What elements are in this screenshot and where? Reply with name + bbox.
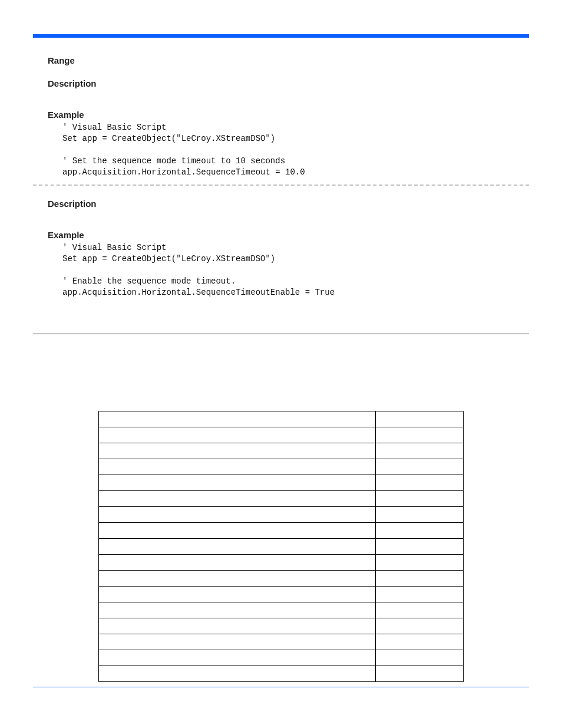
footer-rule: [33, 687, 529, 687]
table-cell: [376, 650, 464, 666]
table-cell: [99, 602, 376, 618]
table-cell: [99, 522, 376, 538]
table-cell: [99, 506, 376, 522]
table-row: [99, 554, 464, 570]
table-cell: [376, 634, 464, 650]
table-cell: [376, 586, 464, 602]
table-cell: [99, 650, 376, 666]
table-cell: [99, 618, 376, 634]
table-row: [99, 427, 464, 443]
table-cell: [376, 538, 464, 554]
data-table: [98, 411, 464, 682]
example-heading: Example: [48, 110, 529, 120]
table-cell: [99, 459, 376, 475]
table-row: [99, 666, 464, 681]
table-row: [99, 506, 464, 522]
example-code-1: ' Visual Basic Script Set app = CreateOb…: [62, 122, 529, 177]
table-cell: [376, 506, 464, 522]
table-row: [99, 570, 464, 586]
table-row: [99, 443, 464, 459]
table-cell: [99, 634, 376, 650]
table-cell: [376, 443, 464, 459]
table-row: [99, 602, 464, 618]
table-row: [99, 475, 464, 490]
table-cell: [376, 427, 464, 443]
table-cell: [376, 411, 464, 427]
table-cell: [376, 475, 464, 490]
table-row: [99, 522, 464, 538]
table-cell: [99, 538, 376, 554]
table-cell: [376, 554, 464, 570]
table-cell: [376, 490, 464, 506]
table-row: [99, 650, 464, 666]
table-cell: [376, 602, 464, 618]
table-cell: [99, 411, 376, 427]
section-range: Range Description Example ' Visual Basic…: [33, 55, 529, 177]
table: [98, 411, 464, 682]
table-cell: [376, 459, 464, 475]
table-cell: [99, 475, 376, 490]
description-heading-2: Description: [48, 199, 529, 209]
table-cell: [376, 666, 464, 681]
table-cell: [376, 522, 464, 538]
table-cell: [99, 443, 376, 459]
table-cell: [99, 554, 376, 570]
divider-solid: [33, 334, 529, 334]
table-row: [99, 618, 464, 634]
table-row: [99, 634, 464, 650]
table-row: [99, 459, 464, 475]
page: Range Description Example ' Visual Basic…: [0, 0, 562, 723]
table-row: [99, 490, 464, 506]
table-cell: [99, 586, 376, 602]
section-enable: Description Example ' Visual Basic Scrip…: [33, 199, 529, 298]
table-cell: [99, 570, 376, 586]
table-cell: [376, 570, 464, 586]
table-row: [99, 411, 464, 427]
description-heading: Description: [48, 78, 529, 88]
example-code-2: ' Visual Basic Script Set app = CreateOb…: [62, 242, 529, 298]
table-cell: [99, 427, 376, 443]
table-cell: [99, 666, 376, 681]
table-row: [99, 538, 464, 554]
table-cell: [376, 618, 464, 634]
table-cell: [99, 490, 376, 506]
brand-bar: [33, 34, 529, 38]
range-heading: Range: [48, 55, 529, 65]
divider-dashed: [33, 185, 529, 186]
example-heading-2: Example: [48, 230, 529, 240]
table-row: [99, 586, 464, 602]
